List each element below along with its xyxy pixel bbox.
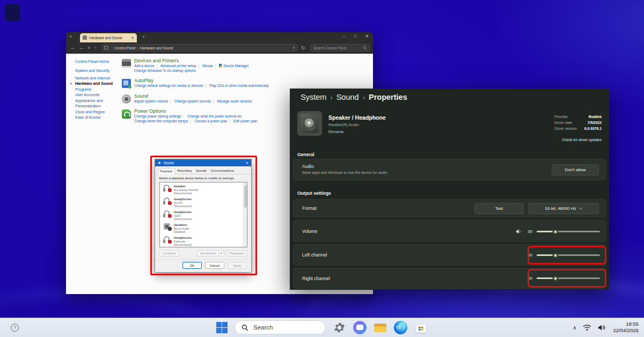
- close-button[interactable]: ✕: [365, 34, 369, 39]
- dont-allow-button[interactable]: Don't allow: [552, 164, 599, 175]
- link-add-device[interactable]: Add a device: [134, 64, 159, 68]
- refresh-icon[interactable]: ↻: [301, 45, 305, 50]
- forward-button[interactable]: →: [79, 45, 84, 51]
- cancel-button[interactable]: Cancel: [205, 262, 224, 269]
- search-icon: [363, 46, 367, 50]
- speaker-icon[interactable]: [516, 229, 522, 235]
- link-windows-to-go[interactable]: Change Windows To Go startup options: [134, 69, 195, 72]
- slider-thumb[interactable]: [553, 252, 559, 258]
- settings-breadcrumb: System›Sound›Properties: [301, 93, 407, 101]
- category-autoplay: AutoPlay Change default settings for med…: [122, 78, 358, 89]
- rename-link[interactable]: Rename: [328, 129, 343, 134]
- recent-locations-icon[interactable]: ∨: [87, 45, 90, 51]
- left-channel-slider[interactable]: [537, 254, 600, 256]
- scrollbar-thumb[interactable]: [244, 185, 247, 208]
- link-advanced-printer-setup[interactable]: Advanced printer setup: [160, 64, 202, 68]
- start-button[interactable]: [216, 322, 228, 333]
- tab-hardware-and-sound[interactable]: Hardware and Sound ✕: [80, 33, 137, 42]
- address-bar[interactable]: ›Control Panel›Hardware and Sound ∨: [101, 44, 298, 52]
- sidebar-item-clock-region[interactable]: Clock and Region: [75, 109, 127, 115]
- configure-button[interactable]: Configure: [159, 250, 179, 257]
- search-control-panel-input[interactable]: Search Control Panel: [310, 44, 370, 52]
- breadcrumb-sound[interactable]: Sound: [336, 93, 359, 101]
- scrollbar[interactable]: [243, 182, 247, 247]
- list-item-speakers[interactable]: ↓ SpeakersBoom AudioDisabled: [160, 221, 247, 234]
- link-adjust-volume[interactable]: Adjust system volume: [134, 99, 173, 103]
- format-dropdown[interactable]: 16 bit, 48000 Hz ∨: [528, 203, 599, 214]
- control-panel-sidebar: Control Panel Home System and Security N…: [75, 60, 127, 121]
- chat-icon[interactable]: [353, 321, 367, 334]
- help-icon[interactable]: ?: [11, 324, 19, 332]
- breadcrumb-current[interactable]: Hardware and Sound: [140, 46, 173, 50]
- edge-browser-icon[interactable]: [394, 321, 407, 334]
- device-subtitle: Realtek(R) Audio: [328, 122, 359, 127]
- sidebar-item-programs[interactable]: Programs: [75, 87, 127, 93]
- explorer-menu-icon[interactable]: ∨: [69, 34, 72, 39]
- up-button[interactable]: ↑: [94, 45, 97, 51]
- link-power-buttons[interactable]: Change what the power buttons do: [187, 114, 241, 118]
- minimize-button[interactable]: –: [343, 34, 345, 39]
- ok-button[interactable]: OK: [182, 262, 202, 269]
- tab-communications[interactable]: Communications: [209, 168, 236, 174]
- category-title[interactable]: Devices and Printers: [134, 58, 248, 63]
- breadcrumb-system[interactable]: System: [301, 93, 326, 101]
- set-default-button[interactable]: Set Default: [197, 250, 219, 257]
- clock[interactable]: 18:55 22/04/2026: [613, 321, 639, 334]
- volume-slider[interactable]: [537, 231, 600, 232]
- tab-recording[interactable]: Recording: [176, 168, 193, 174]
- link-device-manager[interactable]: Device Manager: [219, 64, 248, 68]
- category-title[interactable]: Power Options: [134, 108, 258, 114]
- link-power-saving[interactable]: Change power-saving settings: [134, 114, 186, 118]
- time: 18:55: [613, 321, 639, 327]
- settings-gear-icon[interactable]: [333, 321, 346, 334]
- sidebar-item-network-internet[interactable]: Network and Internet: [75, 76, 127, 82]
- sidebar-item-user-accounts[interactable]: User Accounts: [75, 92, 127, 98]
- volume-tray-icon[interactable]: [598, 324, 606, 331]
- link-edit-power-plan[interactable]: Edit power plan: [233, 119, 258, 123]
- list-item-headset[interactable]: ↓ Headset%1 Hands-Free%0Disconnected: [160, 182, 247, 195]
- wifi-icon[interactable]: [583, 324, 591, 331]
- link-autoplay-defaults[interactable]: Change default settings for media or dev…: [134, 84, 208, 87]
- headphones-icon: ↓: [163, 210, 171, 218]
- audio-label: Audio: [302, 164, 314, 169]
- sidebar-item-hardware-sound[interactable]: Hardware and Sound: [75, 81, 127, 87]
- right-channel-slider[interactable]: [537, 277, 600, 279]
- category-title[interactable]: AutoPlay: [134, 78, 269, 83]
- playback-device-list[interactable]: ↓ Headset%1 Hands-Free%0Disconnected ↓ H…: [159, 182, 247, 247]
- list-item-headphones-3[interactable]: ↓ HeadphonesFairbudsDisconnected: [160, 234, 247, 247]
- link-computer-sleeps[interactable]: Change when the computer sleeps: [134, 119, 193, 123]
- sidebar-item-appearance-personalization[interactable]: Appearance and Personalization: [75, 98, 127, 109]
- link-mouse[interactable]: Mouse: [202, 64, 218, 68]
- back-button[interactable]: ←: [70, 45, 75, 51]
- link-choose-power-plan[interactable]: Choose a power plan: [194, 119, 232, 123]
- list-item-headphones-1[interactable]: ↓ Headphones%1%0Disconnected: [160, 195, 247, 208]
- link-change-sounds[interactable]: Change system sounds: [174, 99, 216, 103]
- test-button[interactable]: Test: [474, 203, 524, 214]
- slider-thumb[interactable]: [553, 275, 559, 281]
- breadcrumb-root[interactable]: Control Panel: [114, 46, 135, 50]
- sidebar-item-system-security[interactable]: System and Security: [75, 68, 127, 74]
- sidebar-item-home[interactable]: Control Panel Home: [75, 60, 127, 63]
- link-play-cds[interactable]: Play CDs or other media automatically: [209, 84, 269, 87]
- right-channel-label: Right channel: [302, 276, 330, 281]
- check-driver-updates-link[interactable]: Check for driver updates: [562, 138, 602, 142]
- apply-button[interactable]: Apply: [228, 262, 247, 269]
- taskbar-search-input[interactable]: Search: [235, 320, 326, 334]
- slider-thumb[interactable]: [553, 229, 559, 235]
- microsoft-store-icon[interactable]: [414, 321, 428, 334]
- tab-playback[interactable]: Playback: [158, 168, 175, 174]
- sidebar-item-ease-of-access[interactable]: Ease of Access: [75, 115, 127, 121]
- maximize-button[interactable]: □: [354, 34, 356, 39]
- tab-sounds[interactable]: Sounds: [194, 168, 208, 174]
- new-tab-button[interactable]: +: [142, 35, 145, 40]
- set-default-dropdown-icon[interactable]: ▾: [219, 250, 224, 257]
- list-item-headphones-2[interactable]: ↓ HeadphonesA215Disconnected: [160, 208, 247, 221]
- close-icon[interactable]: ✕: [246, 161, 248, 165]
- tray-chevron-up-icon[interactable]: ∧: [573, 325, 576, 331]
- file-explorer-icon[interactable]: [374, 321, 387, 334]
- link-manage-audio-devices[interactable]: Manage audio devices: [217, 99, 252, 103]
- properties-button[interactable]: Properties: [226, 250, 247, 257]
- address-dropdown-icon[interactable]: ∨: [292, 46, 295, 50]
- category-title[interactable]: Sound: [134, 93, 252, 99]
- tab-close-icon[interactable]: ✕: [131, 36, 134, 40]
